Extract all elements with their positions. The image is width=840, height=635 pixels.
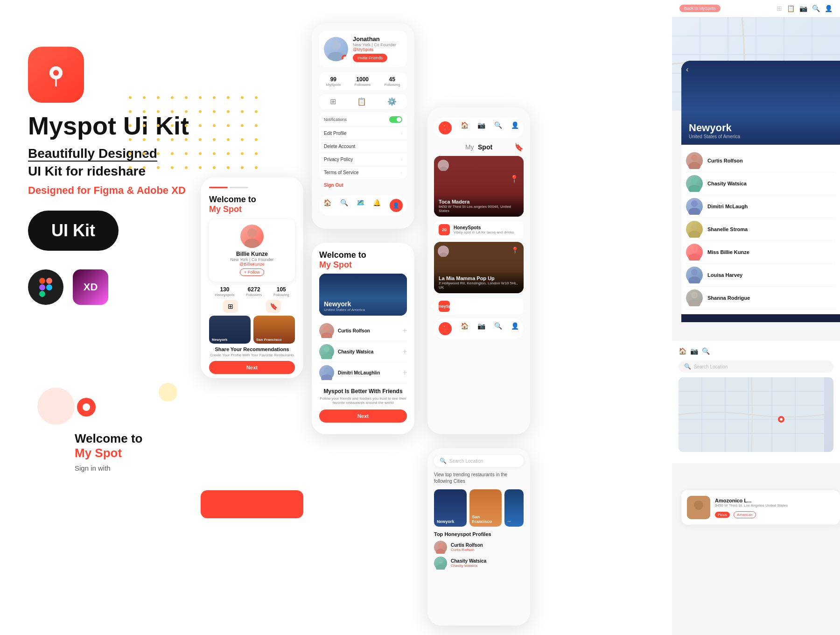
signin-text: Sign in with <box>75 464 205 472</box>
jonathan-handle: @MySpots <box>353 47 402 52</box>
svg-point-18 <box>321 353 332 359</box>
honeyspot-badge: 20 <box>439 224 450 235</box>
spot-address: $450 W Third St, Los Angeles United Stat… <box>715 503 834 508</box>
svg-rect-3 <box>46 278 52 284</box>
toggle-notifications[interactable] <box>389 116 402 123</box>
desk-icon-4[interactable]: 🔍 <box>812 5 820 12</box>
friends-cta-title: Myspot Is Better With Friends <box>319 388 407 395</box>
tool-icons: XD <box>28 269 205 305</box>
desk-icon-3[interactable]: 📷 <box>799 5 807 12</box>
back-to-myspots-btn[interactable]: Back to MySpots <box>679 5 721 12</box>
next-btn-frame1[interactable]: Next <box>209 361 295 374</box>
avatar-jonathan <box>324 37 348 61</box>
follow-btn[interactable]: + Follow <box>240 268 264 276</box>
jonathan-name: Jonathan <box>353 35 402 42</box>
bottom-nav-myspot-top: 📍 🏠 📷 🔍 👤 <box>434 118 524 138</box>
bnav2-search[interactable]: 🔍 <box>494 322 502 335</box>
trending-text: View top trending restaurants in the fol… <box>434 472 524 485</box>
city-card-newyork: Newyork <box>209 316 251 344</box>
myspot-my: My <box>465 143 474 151</box>
bnav-map-active[interactable]: 📍 <box>439 121 452 134</box>
dest-search-bar[interactable]: 🔍 Search Location <box>679 360 833 373</box>
svg-point-23 <box>441 247 446 252</box>
bnav-home[interactable]: 🏠 <box>323 199 331 212</box>
search-bar[interactable]: 🔍 Search Location <box>434 455 524 467</box>
desk-nav-1[interactable]: 🏠 <box>679 347 686 355</box>
profile-handle-billie: @BillieKunze <box>239 262 265 267</box>
notifications-label: Notifications <box>324 117 347 122</box>
dest-search-placeholder: Search Location <box>694 364 728 369</box>
desk-nav-3[interactable]: 🔍 <box>702 347 710 355</box>
bnav2-user[interactable]: 👤 <box>511 322 519 335</box>
svg-point-53 <box>688 299 700 306</box>
bnav-user[interactable]: 👤 <box>390 199 403 212</box>
settings-edit-profile-row[interactable]: Edit Profile › <box>319 127 407 140</box>
desk-icon-2[interactable]: 📋 <box>787 5 795 12</box>
settings-terms-row[interactable]: Terms of Service › <box>319 166 407 179</box>
city-tile-ny: Newyork <box>434 489 467 527</box>
friend-row-2: Chasity Watsica + <box>319 341 407 362</box>
svg-point-16 <box>321 332 332 338</box>
friend-row-1: Curtis Rolfson + <box>319 320 407 341</box>
desktop-friends: Curtis Rolfson Chasity Watsica Dimitri M… <box>681 145 840 314</box>
signout-btn[interactable]: Sign Out <box>319 179 407 191</box>
settings-privacy-row[interactable]: Privacy Policy › <box>319 153 407 166</box>
desktop-back-btn[interactable]: ‹ <box>686 65 688 74</box>
dfa-5 <box>686 244 703 261</box>
svg-rect-4 <box>39 284 45 290</box>
bnav2-map[interactable]: 📍 <box>439 322 452 335</box>
tab-settings-active[interactable]: ⚙️ <box>387 97 397 106</box>
bnav-home2[interactable]: 🏠 <box>461 121 469 134</box>
friends-list-frame3: Curtis Rolfson + Chasity Watsica + Dimit… <box>319 320 407 383</box>
follow-btn-3[interactable]: + <box>403 368 407 377</box>
welcome-small-heading: Welcome to My Spot <box>75 431 205 460</box>
follow-btn-2[interactable]: + <box>403 347 407 356</box>
dest-nav: 🏠 📷 🔍 <box>679 347 833 355</box>
desk-nav-2[interactable]: 📷 <box>690 347 698 355</box>
svg-point-26 <box>436 549 445 554</box>
spot-user-avatar <box>438 160 449 171</box>
adobe-xd-icon: XD <box>73 269 108 305</box>
settings-delete-row[interactable]: Delete Account <box>319 140 407 153</box>
invite-btn[interactable]: Invite Friends <box>353 54 387 62</box>
svg-rect-2 <box>39 278 45 284</box>
tag-american[interactable]: American <box>734 511 756 518</box>
tab-grid[interactable]: ⊞ <box>330 97 336 106</box>
dfa-6 <box>686 267 703 283</box>
bottom-spot-card: Amozonico L... $450 W Third St, Los Ange… <box>681 490 840 525</box>
bnav2-home[interactable]: 🏠 <box>461 322 469 335</box>
tag-pizza[interactable]: Pizza <box>715 512 730 518</box>
friend-avatar-2 <box>319 344 334 359</box>
follow-btn-1[interactable]: + <box>403 326 407 335</box>
desk-icon-1[interactable]: ⊞ <box>777 5 782 12</box>
bnav-search[interactable]: 🔍 <box>340 199 348 212</box>
desktop-nav-icons: ⊞ 📋 📷 🔍 👤 <box>777 5 833 12</box>
bnav-bell[interactable]: 🔔 <box>373 199 381 212</box>
figma-icon <box>28 269 63 305</box>
svg-point-22 <box>440 167 447 171</box>
dfa-4 <box>686 221 703 238</box>
svg-point-8 <box>83 403 90 411</box>
tpa-2 <box>434 557 447 570</box>
bnav-photo[interactable]: 📷 <box>477 121 485 134</box>
friend-name-2: Chasity Watsica <box>338 349 399 354</box>
desktop-friend-1: Curtis Rolfson <box>686 149 835 172</box>
desk-icon-5[interactable]: 👤 <box>825 5 833 12</box>
dfriend-name-7: Shanna Rodrigue <box>707 295 835 301</box>
bottom-nav-myspot-bottom: 📍 🏠 📷 🔍 👤 <box>434 318 524 339</box>
desktop-friend-2: Chasity Watsica <box>686 172 835 195</box>
bnav-user2[interactable]: 👤 <box>511 121 519 134</box>
next-btn-frame3[interactable]: Next <box>319 409 407 423</box>
bnav2-photo[interactable]: 📷 <box>477 322 485 335</box>
bottom-nav-profile: 🏠 🔍 🗺️ 🔔 👤 <box>319 195 407 216</box>
profile-header-card: Jonathan New York | Co Founder @MySpots … <box>319 31 407 67</box>
bnav-search2[interactable]: 🔍 <box>494 121 502 134</box>
bnav-map[interactable]: 🗺️ <box>357 199 364 212</box>
desktop-city-sub: United States of America <box>689 134 740 139</box>
city-cards: Newyork San Francisco <box>209 316 295 344</box>
spot2-addr: 2 Hollywood Rd, Kensington, London W10 5… <box>439 281 519 289</box>
dfriend-name-1: Curtis Rolfson <box>707 158 835 163</box>
tab-bookmark[interactable]: 📋 <box>357 97 366 106</box>
svg-point-48 <box>691 246 698 253</box>
spot-thumbnail <box>687 496 710 519</box>
